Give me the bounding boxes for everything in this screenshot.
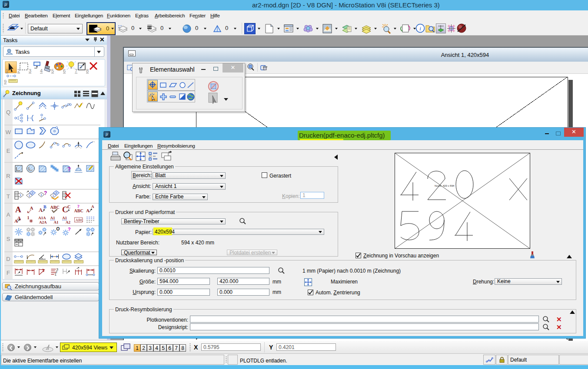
- svg-text:O: O: [56, 227, 60, 231]
- svg-text:1: 1: [27, 215, 30, 220]
- svg-text:2: 2: [17, 68, 20, 73]
- svg-text:9: 9: [4, 79, 7, 84]
- svg-text:Nutzb. 420 x 594: Nutzb. 420 x 594: [435, 184, 455, 187]
- svg-text:?: ?: [67, 166, 71, 172]
- svg-text:B: B: [43, 204, 47, 209]
- svg-text:T: T: [7, 193, 10, 200]
- svg-text:A: A: [86, 208, 90, 213]
- svg-text:8: 8: [86, 68, 89, 73]
- svg-text:?: ?: [77, 204, 80, 209]
- svg-text:A1A: A1A: [38, 216, 46, 220]
- svg-text:4: 4: [40, 68, 43, 73]
- svg-text:5: 5: [51, 68, 54, 73]
- svg-text:A: A: [91, 204, 94, 209]
- svg-text:1: 1: [55, 273, 57, 277]
- svg-text:F: F: [7, 270, 10, 276]
- svg-text:1: 1: [52, 194, 54, 198]
- svg-text:A: A: [7, 211, 10, 218]
- svg-text:ABC: ABC: [74, 208, 83, 213]
- svg-text:A1: A1: [54, 220, 59, 224]
- svg-text:Q: Q: [6, 109, 10, 115]
- svg-text:A: A: [17, 215, 21, 221]
- svg-text:ABC: ABC: [76, 218, 84, 222]
- svg-text:1: 1: [28, 194, 30, 198]
- svg-text:A1: A1: [50, 216, 55, 220]
- svg-text:D: D: [6, 256, 10, 262]
- svg-text:W: W: [6, 129, 11, 135]
- svg-text:A1: A1: [62, 216, 67, 220]
- svg-text:2: 2: [31, 191, 33, 195]
- svg-text:?: ?: [44, 190, 47, 196]
- svg-text:A2: A2: [66, 220, 70, 224]
- svg-text:A2A: A2A: [39, 220, 47, 224]
- svg-text:?: ?: [68, 227, 71, 232]
- svg-text:S: S: [7, 236, 10, 242]
- svg-text:3: 3: [29, 68, 31, 73]
- svg-text:1: 1: [20, 193, 22, 197]
- svg-text:E: E: [7, 148, 10, 154]
- svg-text:R: R: [6, 173, 10, 179]
- svg-text:C: C: [67, 204, 70, 209]
- svg-text:ABC: ABC: [50, 205, 60, 210]
- svg-text:A: A: [39, 207, 43, 213]
- svg-text:i: i: [419, 25, 421, 32]
- svg-text:1: 1: [6, 68, 8, 73]
- svg-text:2: 2: [55, 191, 57, 195]
- svg-text:7: 7: [75, 68, 77, 73]
- svg-text:6: 6: [63, 68, 66, 73]
- svg-text:A: A: [30, 205, 33, 211]
- svg-text:1: 1: [40, 193, 43, 197]
- svg-text:A: A: [15, 205, 21, 214]
